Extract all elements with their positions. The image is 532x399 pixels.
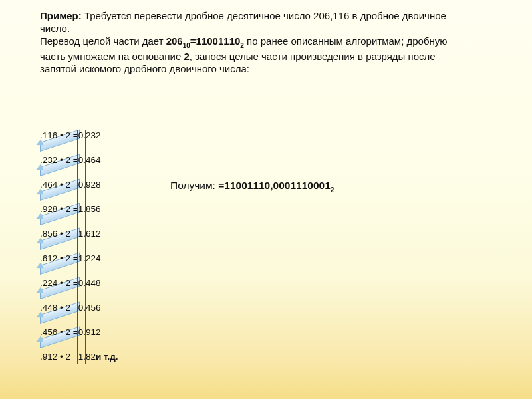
intro-block: Пример: Требуется перевести дробное деся…	[40, 9, 466, 76]
result-int: 11001110,	[224, 180, 273, 191]
calc-lhs: .856 • 2 =	[40, 229, 78, 239]
calc-lhs: .456 • 2 =	[40, 327, 78, 337]
calc-row: .928 • 2 = 1.856	[40, 204, 118, 229]
int-bin: 11001110	[196, 35, 241, 47]
slide: Пример: Требуется перевести дробное деся…	[0, 0, 532, 399]
calc-frac: .232	[83, 130, 100, 140]
calc-lhs: .912 • 2 =	[40, 352, 78, 362]
result-base: 2	[331, 186, 334, 194]
calc-lhs: .116 • 2 =	[40, 130, 78, 140]
calc-digit: 1	[78, 352, 84, 362]
example-text: Требуется перевести дробное десятичное ч…	[40, 10, 446, 34]
calc-row: .232 • 2 = 0.464	[40, 155, 118, 180]
calc-frac: .456	[83, 303, 100, 313]
calc-lhs: .448 • 2 =	[40, 303, 78, 313]
calc-row: .856 • 2 = 1.612	[40, 229, 118, 253]
calc-lhs: .224 • 2 =	[40, 278, 78, 288]
calc-digit: 1	[78, 229, 84, 239]
int-dec: 206	[166, 35, 183, 47]
calc-column: .116 • 2 = 0.232 .232 • 2 = 0.464 .464 •…	[40, 130, 118, 376]
calc-frac: .448	[83, 278, 100, 288]
calc-lhs: .612 • 2 =	[40, 253, 78, 263]
calc-frac: .856	[83, 204, 100, 214]
calc-digit: 0	[78, 278, 84, 288]
int-dec-base: 10	[183, 42, 190, 49]
calc-row: .456 • 2 = 0.912	[40, 327, 118, 352]
calc-row: .448 • 2 = 0.456	[40, 303, 118, 327]
calc-frac: .612	[83, 229, 100, 239]
calc-digit: 1	[78, 204, 84, 214]
example-label: Пример:	[40, 10, 82, 21]
calc-frac: .928	[83, 180, 100, 190]
calc-row: .612 • 2 = 1.224	[40, 253, 118, 278]
calc-digit: 1	[78, 253, 84, 263]
intro-line2a: Перевод целой части дает	[40, 35, 166, 47]
calc-tail: и т.д.	[96, 352, 118, 362]
calc-frac: .224	[83, 253, 100, 263]
calc-digit: 0	[78, 327, 84, 337]
calc-frac: .82	[83, 352, 96, 362]
calc-digit: 0	[78, 130, 84, 140]
result-prefix: Получим:	[170, 180, 218, 191]
calc-frac: .464	[83, 155, 100, 165]
calc-frac: .912	[83, 327, 100, 337]
result-eq: =	[218, 180, 224, 191]
calc-lhs: .928 • 2 =	[40, 204, 78, 214]
calc-digit: 0	[78, 303, 84, 313]
calc-row: .224 • 2 = 0.448	[40, 278, 118, 303]
calc-row: .116 • 2 = 0.232	[40, 130, 118, 155]
result-frac: 0001110001	[273, 180, 331, 191]
base2: 2	[184, 51, 189, 62]
calc-digit: 0	[78, 180, 84, 190]
int-bin-base: 2	[240, 42, 244, 49]
calc-row: .464 • 2 = 0.928	[40, 180, 118, 204]
result-line: Получим: =11001110,00011100012	[170, 180, 334, 193]
calc-row: .912 • 2 = 1.82 и т.д.	[40, 352, 118, 376]
calc-lhs: .464 • 2 =	[40, 180, 78, 190]
equals: =	[190, 35, 196, 47]
calc-lhs: .232 • 2 =	[40, 155, 78, 165]
calc-digit: 0	[78, 155, 84, 165]
